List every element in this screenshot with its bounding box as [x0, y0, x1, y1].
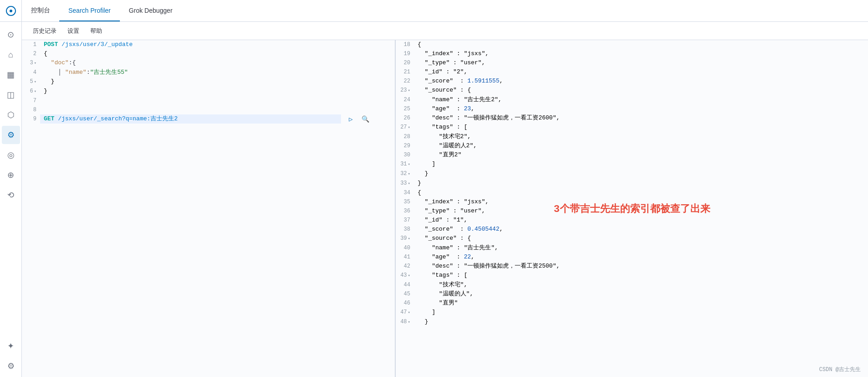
right-line-num-28: 28: [396, 132, 414, 141]
compass-icon[interactable]: ⊙: [2, 26, 20, 44]
right-line-36: 36 "_type" : "user",: [396, 207, 868, 216]
right-line-num-25: 25: [396, 104, 414, 114]
fold-arrow[interactable]: ▾: [34, 77, 36, 87]
run-icon[interactable]: ▷: [346, 114, 356, 124]
graph-icon[interactable]: ◎: [2, 146, 20, 164]
right-line-num-42: 42: [396, 262, 414, 271]
sidebar: ⊙⌂▦◫⬡⚙◎⊕⟲✦⚙: [0, 22, 22, 377]
left-line-1: 1POST /jsxs/user/3/_update: [22, 40, 395, 49]
line-content-1: POST /jsxs/user/3/_update: [40, 40, 341, 49]
line-num-2: 2: [22, 49, 40, 58]
ml-icon[interactable]: ⚙: [2, 126, 20, 144]
fold-arrow[interactable]: ▾: [408, 271, 410, 280]
dashboard-icon[interactable]: ▦: [2, 66, 20, 84]
line-content-8: [40, 105, 341, 114]
fold-arrow[interactable]: ▾: [408, 179, 410, 188]
left-editor: 1POST /jsxs/user/3/_update2{3▾ "doc":{4 …: [22, 40, 396, 377]
right-line-content-41: "age" : 22,: [414, 253, 868, 262]
right-line-num-46: 46: [396, 299, 414, 308]
right-line-num-29: 29: [396, 141, 414, 150]
right-line-num-43: 43▾: [396, 271, 414, 280]
right-line-34: 34{: [396, 188, 868, 197]
monitoring-icon[interactable]: ⊕: [2, 166, 20, 184]
line-content-7: [40, 96, 341, 105]
right-line-27: 27▾ "tags" : [: [396, 123, 868, 132]
right-line-19: 19 "_index" : "jsxs",: [396, 49, 868, 58]
right-line-32: 32▾ }: [396, 169, 868, 179]
left-line-6: 6▾}: [22, 87, 395, 96]
left-line-5: 5▾ }: [22, 77, 395, 87]
fold-arrow[interactable]: ▾: [408, 234, 410, 243]
inspect-icon[interactable]: 🔍: [361, 114, 370, 124]
right-line-content-48: }: [414, 317, 868, 327]
right-line-38: 38 "_score" : 0.4505442,: [396, 225, 868, 234]
left-code-lines: 1POST /jsxs/user/3/_update2{3▾ "doc":{4 …: [22, 40, 395, 124]
top-nav-tab-控制台[interactable]: 控制台: [22, 0, 59, 21]
right-line-content-37: "_id" : "1",: [414, 216, 868, 225]
right-line-content-35: "_index" : "jsxs",: [414, 197, 868, 207]
right-line-content-24: "name" : "吉士先生2",: [414, 95, 868, 104]
right-line-content-45: "温暖的人",: [414, 289, 868, 299]
fold-arrow[interactable]: ▾: [408, 123, 410, 132]
right-code-lines: 18{19 "_index" : "jsxs",20 "_type" : "us…: [396, 40, 868, 327]
right-line-content-38: "_score" : 0.4505442,: [414, 225, 868, 234]
right-line-42: 42 "desc" : "一顿操作猛如虎，一看工资2500",: [396, 262, 868, 271]
right-line-num-35: 35: [396, 197, 414, 207]
line-content-9[interactable]: GET /jsxs/user/_search?q=name:吉士先生2: [40, 114, 341, 124]
right-line-num-30: 30: [396, 150, 414, 160]
right-code-area[interactable]: 18{19 "_index" : "jsxs",20 "_type" : "us…: [396, 40, 868, 377]
settings-icon[interactable]: ⚙: [2, 357, 20, 375]
right-line-num-27: 27▾: [396, 123, 414, 132]
right-line-31: 31▾ ]: [396, 160, 868, 169]
right-line-num-48: 48▾: [396, 317, 414, 327]
visualize-icon[interactable]: ◫: [2, 86, 20, 104]
toolbar-btn-设置[interactable]: 设置: [64, 25, 83, 37]
right-editor: 18{19 "_index" : "jsxs",20 "_type" : "us…: [396, 40, 868, 377]
right-line-num-41: 41: [396, 253, 414, 262]
top-nav-tab-Grok Debugger[interactable]: Grok Debugger: [120, 0, 182, 21]
right-line-content-27: "tags" : [: [414, 123, 868, 132]
fold-arrow[interactable]: ▾: [34, 59, 36, 68]
right-line-46: 46 "直男": [396, 299, 868, 308]
watermark-text: CSDN @吉士先生: [819, 366, 861, 373]
left-line-4: 4 │ "name":"吉士先生55": [22, 68, 395, 77]
content-area: 历史记录设置帮助 1POST /jsxs/user/3/_update2{3▾ …: [22, 22, 868, 377]
line-actions-9: ▷ 🔍: [341, 114, 395, 124]
fold-arrow[interactable]: ▾: [408, 170, 410, 179]
right-line-22: 22 "_score" : 1.5911555,: [396, 77, 868, 86]
fold-arrow[interactable]: ▾: [408, 318, 410, 327]
right-line-18: 18{: [396, 40, 868, 49]
top-nav: 控制台Search ProfilerGrok Debugger: [0, 0, 868, 22]
right-line-content-22: "_score" : 1.5911555,: [414, 77, 868, 86]
left-line-2: 2{: [22, 49, 395, 58]
apm-icon[interactable]: ⟲: [2, 186, 20, 204]
home-icon[interactable]: ⌂: [2, 46, 20, 64]
main-layout: ⊙⌂▦◫⬡⚙◎⊕⟲✦⚙ 历史记录设置帮助 1POST /jsxs/user/3/…: [0, 22, 868, 377]
left-line-7: 7: [22, 96, 395, 105]
fold-arrow[interactable]: ▾: [408, 308, 410, 317]
left-line-9: 9GET /jsxs/user/_search?q=name:吉士先生2 ▷ 🔍: [22, 114, 395, 124]
toolbar-btn-历史记录[interactable]: 历史记录: [29, 25, 60, 37]
devtools-icon[interactable]: ✦: [2, 337, 20, 355]
right-line-num-45: 45: [396, 289, 414, 299]
right-line-content-21: "_id" : "2",: [414, 67, 868, 77]
right-line-content-32: }: [414, 169, 868, 179]
right-line-content-46: "直男": [414, 299, 868, 308]
line-num-3: 3▾: [22, 58, 40, 68]
fold-arrow[interactable]: ▾: [408, 160, 410, 169]
right-line-21: 21 "_id" : "2",: [396, 67, 868, 77]
right-line-content-23: "_source" : {: [414, 86, 868, 95]
canvas-icon[interactable]: ⬡: [2, 106, 20, 124]
right-line-num-31: 31▾: [396, 160, 414, 169]
top-nav-tab-Search Profiler[interactable]: Search Profiler: [59, 0, 120, 21]
left-code-area[interactable]: 1POST /jsxs/user/3/_update2{3▾ "doc":{4 …: [22, 40, 395, 377]
right-line-28: 28 "技术宅2",: [396, 132, 868, 141]
right-line-num-22: 22: [396, 77, 414, 86]
right-line-48: 48▾ }: [396, 317, 868, 327]
toolbar-btn-帮助[interactable]: 帮助: [87, 25, 106, 37]
fold-arrow[interactable]: ▾: [34, 87, 36, 96]
right-line-num-18: 18: [396, 40, 414, 49]
fold-arrow[interactable]: ▾: [408, 86, 410, 95]
line-content-4: │ "name":"吉士先生55": [40, 68, 341, 77]
right-line-content-43: "tags" : [: [414, 271, 868, 280]
